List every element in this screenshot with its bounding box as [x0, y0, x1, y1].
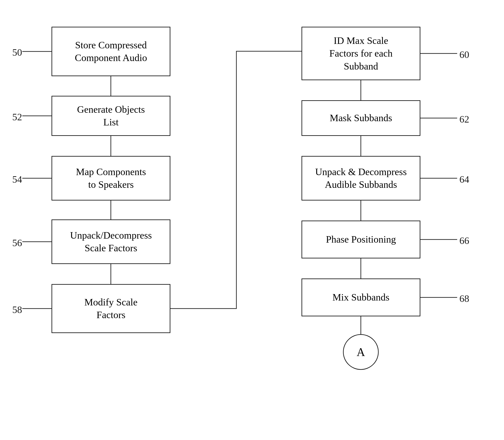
label-60: 60 — [459, 49, 469, 60]
label-54: 54 — [12, 174, 22, 185]
circle-connector-a: A — [343, 334, 379, 370]
box-modify-scale: Modify ScaleFactors — [52, 284, 170, 333]
label-68: 68 — [459, 293, 469, 304]
label-52: 52 — [12, 111, 22, 123]
label-58: 58 — [12, 304, 22, 316]
label-50: 50 — [12, 47, 22, 58]
box-id-max-scale: ID Max ScaleFactors for eachSubband — [302, 27, 420, 80]
label-56: 56 — [12, 237, 22, 249]
box-unpack-decompress: Unpack/DecompressScale Factors — [52, 220, 170, 264]
box-phase-positioning: Phase Positioning — [302, 220, 420, 259]
box-mix-subbands: Mix Subbands — [302, 278, 420, 316]
label-64: 64 — [459, 174, 469, 185]
label-66: 66 — [459, 235, 469, 247]
box-map-components: Map Componentsto Speakers — [52, 156, 170, 201]
box-generate-objects: Generate ObjectsList — [52, 96, 170, 136]
box-store-compressed: Store CompressedComponent Audio — [52, 27, 170, 76]
label-62: 62 — [459, 114, 469, 125]
diagram: Store CompressedComponent Audio Generate… — [0, 0, 504, 440]
box-unpack-decompress-audible: Unpack & DecompressAudible Subbands — [302, 156, 420, 201]
box-mask-subbands: Mask Subbands — [302, 100, 420, 136]
